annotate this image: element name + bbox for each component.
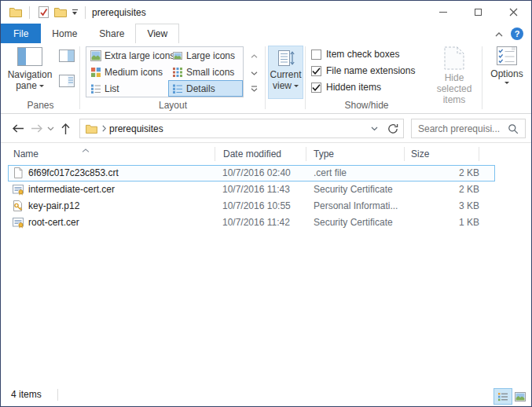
- layout-item-large-icons[interactable]: Large icons: [168, 47, 243, 64]
- ribbon-tab-strip: File Home Share View ?: [1, 24, 531, 43]
- layout-item-list[interactable]: List: [86, 80, 168, 97]
- column-divider[interactable]: [215, 147, 215, 161]
- column-divider[interactable]: [306, 147, 306, 161]
- table-row[interactable]: 6f69fc017c23c853.crt 10/7/2016 02:40 .ce…: [8, 165, 495, 182]
- file-list: Name Date modified Type Size 6f69fc017c2…: [1, 143, 531, 383]
- gallery-scroll-down-icon[interactable]: [251, 67, 258, 78]
- medium-icons-icon: [90, 67, 101, 78]
- collapse-ribbon-icon[interactable]: [495, 28, 503, 39]
- tab-view[interactable]: View: [135, 24, 179, 43]
- list-view-icon: [90, 83, 101, 94]
- ribbon-group-panes: Navigation pane Panes: [1, 43, 80, 113]
- dropdown-arrow-icon: [504, 82, 509, 84]
- file-type: Security Certificate: [314, 215, 393, 230]
- address-dropdown-icon[interactable]: [365, 126, 383, 131]
- table-row[interactable]: root-cert.cer 10/7/2016 11:42 Security C…: [8, 214, 495, 231]
- title-bar: prerequisites: [1, 1, 531, 24]
- qat-new-folder-button[interactable]: [52, 4, 69, 21]
- file-date-modified: 10/7/2016 02:40: [222, 166, 291, 181]
- maximize-button[interactable]: [460, 1, 496, 24]
- file-size: 2 KB: [410, 166, 479, 181]
- layout-item-extra-large-icons[interactable]: Extra large icons: [86, 47, 168, 64]
- refresh-button[interactable]: [383, 119, 404, 138]
- titlebar-separator: [85, 6, 86, 19]
- table-row[interactable]: intermediate-cert.cer 10/7/2016 11:43 Se…: [8, 182, 495, 198]
- window-folder-icon: [7, 4, 24, 21]
- file-name: intermediate-cert.cer: [28, 182, 115, 197]
- search-input[interactable]: Search prerequisi...: [411, 119, 526, 138]
- column-divider[interactable]: [404, 147, 405, 161]
- ribbon-group-options: Options: [482, 43, 531, 113]
- details-pane-icon: [59, 75, 75, 87]
- options-icon: [497, 46, 517, 65]
- preview-pane-icon: [59, 50, 75, 62]
- breadcrumb-segment[interactable]: prerequisites: [109, 123, 163, 134]
- qat-customize-dropdown[interactable]: [69, 4, 80, 21]
- checkbox-hidden-items[interactable]: Hidden items: [311, 81, 381, 94]
- dropdown-arrow-icon: [39, 85, 44, 87]
- details-view-icon: [172, 83, 183, 94]
- window-title: prerequisites: [92, 7, 146, 18]
- back-icon: [12, 123, 24, 134]
- thumbnails-view-icon: [515, 392, 526, 402]
- checkbox-item-check-boxes[interactable]: Item check boxes: [311, 48, 399, 60]
- titlebar-separator: [29, 6, 30, 19]
- options-label: Options: [490, 68, 523, 79]
- options-button[interactable]: Options: [486, 46, 527, 84]
- column-header-date-modified[interactable]: Date modified: [223, 148, 281, 160]
- up-icon: [61, 123, 71, 135]
- navigation-pane-button[interactable]: Navigation pane: [5, 47, 55, 91]
- table-row[interactable]: key-pair.p12 10/7/2016 10:55 Personal In…: [8, 198, 495, 214]
- file-size: 1 KB: [410, 215, 479, 230]
- search-icon[interactable]: [508, 123, 519, 134]
- file-rows: 6f69fc017c23c853.crt 10/7/2016 02:40 .ce…: [1, 165, 531, 231]
- show-hide-group-label: Show/hide: [306, 100, 427, 111]
- file-type: .cert file: [314, 166, 347, 181]
- breadcrumb-chevron-icon[interactable]: [102, 125, 106, 132]
- checkbox-unchecked-icon: [311, 50, 321, 60]
- details-view-toggle-button[interactable]: [493, 388, 512, 405]
- column-header-size[interactable]: Size: [411, 148, 429, 160]
- file-date-modified: 10/7/2016 10:55: [222, 199, 291, 214]
- minimize-button[interactable]: [425, 1, 460, 24]
- preview-pane-button[interactable]: [57, 48, 76, 64]
- current-view-icon: [277, 50, 295, 67]
- tab-file[interactable]: File: [1, 24, 41, 43]
- current-view-button[interactable]: Current view: [268, 46, 303, 99]
- checkbox-checked-icon: [311, 82, 321, 93]
- layout-gallery: Extra large icons Large icons Medium ico…: [86, 46, 244, 97]
- tab-share[interactable]: Share: [88, 24, 135, 43]
- file-size: 2 KB: [410, 182, 479, 197]
- qat-properties-button[interactable]: [35, 4, 52, 21]
- file-name: root-cert.cer: [28, 215, 79, 230]
- address-folder-icon: [86, 124, 97, 134]
- details-view-icon: [497, 392, 508, 402]
- forward-icon: [31, 123, 43, 134]
- extra-large-icons-icon: [90, 50, 101, 61]
- thumbnails-view-toggle-button[interactable]: [513, 388, 527, 405]
- gallery-more-icon[interactable]: [251, 83, 258, 94]
- layout-item-details[interactable]: Details: [168, 80, 243, 97]
- layout-item-small-icons[interactable]: Small icons: [168, 64, 243, 80]
- certificate-icon: [12, 216, 24, 233]
- column-header-type[interactable]: Type: [314, 148, 334, 160]
- help-icon[interactable]: ?: [511, 28, 523, 40]
- details-pane-button[interactable]: [57, 73, 76, 89]
- up-button[interactable]: [56, 119, 75, 138]
- checkbox-file-name-extensions[interactable]: File name extensions: [311, 64, 415, 77]
- chevron-down-icon: [47, 126, 54, 131]
- panes-group-label: Panes: [1, 100, 80, 111]
- address-bar[interactable]: prerequisites: [79, 119, 383, 138]
- tab-home[interactable]: Home: [41, 24, 88, 43]
- close-button[interactable]: [496, 1, 531, 24]
- navigation-bar: prerequisites Search prerequisi...: [1, 114, 531, 143]
- layout-item-medium-icons[interactable]: Medium icons: [86, 64, 168, 80]
- back-button[interactable]: [9, 119, 28, 138]
- gallery-scroll-up-icon[interactable]: [251, 50, 258, 60]
- column-divider[interactable]: [479, 147, 479, 161]
- hide-selected-items-button: Hide selected items: [430, 46, 479, 105]
- column-header-name[interactable]: Name: [13, 148, 39, 160]
- recent-locations-dropdown[interactable]: [45, 119, 56, 138]
- minimize-icon: [439, 12, 447, 13]
- forward-button[interactable]: [28, 119, 46, 138]
